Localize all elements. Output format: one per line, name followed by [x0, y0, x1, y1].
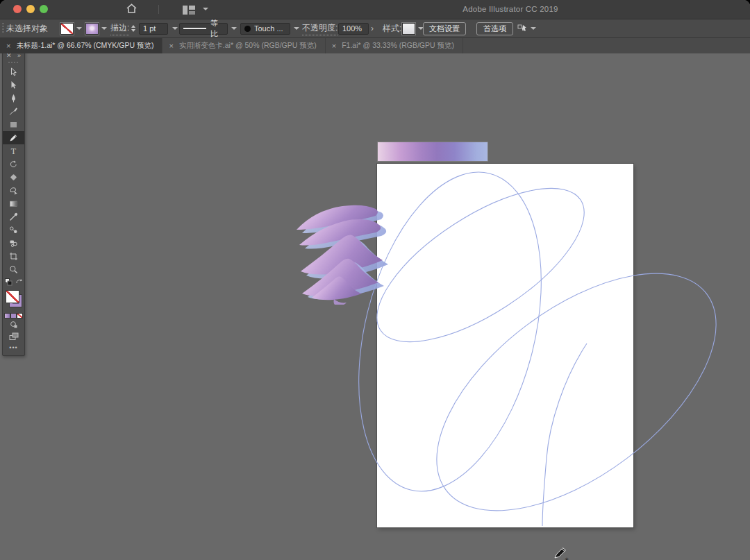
drawing-modes-icon [10, 321, 18, 329]
stroke-weight-chevron-icon[interactable] [172, 27, 178, 30]
tab-f1[interactable]: × F1.ai* @ 33.33% (RGB/GPU 预览) [326, 38, 463, 53]
tab-close-icon[interactable]: × [6, 42, 10, 50]
fill-chevron-icon[interactable] [76, 27, 82, 30]
blend-tool-icon [9, 226, 18, 235]
home-button[interactable] [126, 3, 138, 17]
eraser-tool-icon [9, 173, 18, 182]
document-tabbar: × 未标题-1.ai* @ 66.67% (CMYK/GPU 预览) × 实用渐… [0, 38, 750, 53]
tool-eyedropper-button[interactable] [3, 210, 24, 223]
stroke-color-swatch[interactable] [85, 19, 107, 37]
tool-type-button[interactable]: T [3, 144, 24, 158]
stroke-weight-stepper[interactable] [131, 19, 138, 37]
tool-shaper-button[interactable] [3, 184, 24, 197]
tool-zoom-button[interactable] [3, 263, 24, 276]
tool-blend-button[interactable] [3, 223, 24, 237]
screen-mode-button[interactable] [3, 330, 24, 343]
paintbrush-tool-icon [9, 107, 18, 116]
stepper-down-icon[interactable] [131, 29, 135, 32]
tool-pen-button[interactable] [3, 92, 24, 105]
tab-gradient-cards[interactable]: × 实用渐变色卡.ai* @ 50% (RGB/GPU 预览) [162, 38, 325, 53]
artboard-tool-icon [9, 252, 18, 261]
workspace-layout-icon [183, 6, 195, 15]
stroke-panel-link[interactable]: 描边: [110, 22, 129, 35]
illustrator-window: Adobe Illustrator CC 2019 未选择对象 描边: 1 pt… [0, 0, 750, 560]
titlebar-divider [158, 5, 159, 14]
tab-close-icon[interactable]: × [332, 42, 336, 50]
stepper-up-icon[interactable] [131, 25, 135, 28]
shaper-tool-icon [9, 186, 18, 195]
zoom-tool-icon [9, 265, 18, 274]
drawing-modes-button[interactable] [3, 319, 24, 330]
workspace-chevron-icon[interactable] [203, 8, 208, 10]
gradient-mode-button[interactable] [4, 313, 10, 319]
control-bar: 未选择对象 描边: 1 pt 等比 Touch ... [0, 19, 750, 38]
tab-untitled-1[interactable]: × 未标题-1.ai* @ 66.67% (CMYK/GPU 预览) [0, 38, 162, 53]
fill-none-icon [60, 23, 74, 35]
pencil-new-path-asterisk: ✳ [565, 557, 569, 560]
controlbar-grip[interactable] [2, 23, 4, 34]
width-profile-dropdown[interactable]: 等比 [179, 23, 228, 35]
selection-status: 未选择对象 [6, 23, 48, 35]
tool-pencil-button[interactable] [3, 131, 24, 144]
home-icon [126, 3, 138, 15]
tools-drag-grip[interactable] [3, 60, 24, 65]
width-profile-value: 等比 [210, 18, 224, 39]
tool-gradient-button[interactable] [3, 197, 24, 210]
opacity-panel-link[interactable]: 不透明度: [302, 22, 338, 35]
tools-collapse-icon[interactable]: » [17, 53, 21, 59]
svg-text:T: T [11, 146, 17, 155]
width-profile-chevron-icon[interactable] [231, 27, 237, 30]
zoom-window-button[interactable] [40, 5, 48, 13]
minimize-window-button[interactable] [26, 5, 35, 13]
tab-close-icon[interactable]: × [169, 42, 173, 50]
style-swatch-dropdown[interactable] [402, 19, 424, 37]
style-label: 样式: [383, 23, 401, 35]
rotate-tool-icon [9, 160, 18, 169]
close-window-button[interactable] [13, 5, 22, 13]
tool-paintbrush-button[interactable] [3, 105, 24, 118]
pencil-tool-icon [9, 133, 18, 142]
direct-selection-tool-icon [9, 80, 18, 90]
purple-brush-shape[interactable] [294, 202, 392, 305]
canvas-area[interactable]: ✳ ✕ » [0, 53, 750, 560]
workspace-switcher[interactable] [183, 5, 195, 17]
none-mode-button[interactable] [17, 313, 23, 319]
sketch-paths[interactable] [0, 53, 750, 560]
select-similar-chevron-icon[interactable] [531, 27, 536, 30]
brush-dot-icon [244, 26, 251, 32]
document-setup-button[interactable]: 文档设置 [423, 22, 466, 35]
tools-close-icon[interactable]: ✕ [6, 53, 12, 59]
opacity-more-icon[interactable]: › [371, 24, 374, 33]
tab-label: 实用渐变色卡.ai* @ 50% (RGB/GPU 预览) [179, 41, 317, 51]
sketch-ellipse-large[interactable] [396, 228, 750, 557]
tool-rotate-button[interactable] [3, 158, 24, 171]
fill-color-swatch[interactable] [60, 19, 82, 37]
stroke-chevron-icon[interactable] [101, 27, 107, 30]
preferences-button[interactable]: 首选项 [476, 22, 513, 35]
brush-definition-dropdown[interactable]: Touch ... [240, 23, 290, 35]
eyedropper-tool-icon [9, 212, 18, 221]
opacity-input[interactable]: 100% [338, 23, 369, 35]
fill-proxy-swatch-none[interactable] [6, 290, 19, 303]
tool-artboard-button[interactable] [3, 250, 24, 263]
brush-name: Touch ... [254, 24, 283, 33]
tool-symbol-sprayer-button[interactable] [3, 237, 24, 250]
swap-fill-stroke-icon[interactable] [15, 278, 23, 285]
brush-chevron-icon[interactable] [294, 27, 299, 30]
tool-selection-button[interactable] [3, 65, 24, 78]
sketch-open-path[interactable] [542, 343, 587, 526]
style-swatch-icon [402, 23, 415, 35]
select-similar-icon [517, 24, 528, 33]
tab-label: 未标题-1.ai* @ 66.67% (CMYK/GPU 预览) [16, 41, 153, 51]
tool-eraser-button[interactable] [3, 171, 24, 184]
stroke-weight-input[interactable]: 1 pt [139, 23, 168, 35]
select-similar-dropdown[interactable] [517, 19, 536, 37]
type-tool-icon: T [9, 146, 18, 155]
edit-toolbar-button[interactable]: ••• [3, 343, 24, 353]
stroke-profile-line-icon [183, 28, 206, 29]
color-mode-button[interactable] [10, 313, 17, 319]
fill-stroke-control[interactable] [3, 289, 24, 311]
tool-rectangle-button[interactable] [3, 118, 24, 131]
default-fill-stroke-icon[interactable] [5, 278, 12, 286]
tool-direct-selection-button[interactable] [3, 78, 24, 92]
